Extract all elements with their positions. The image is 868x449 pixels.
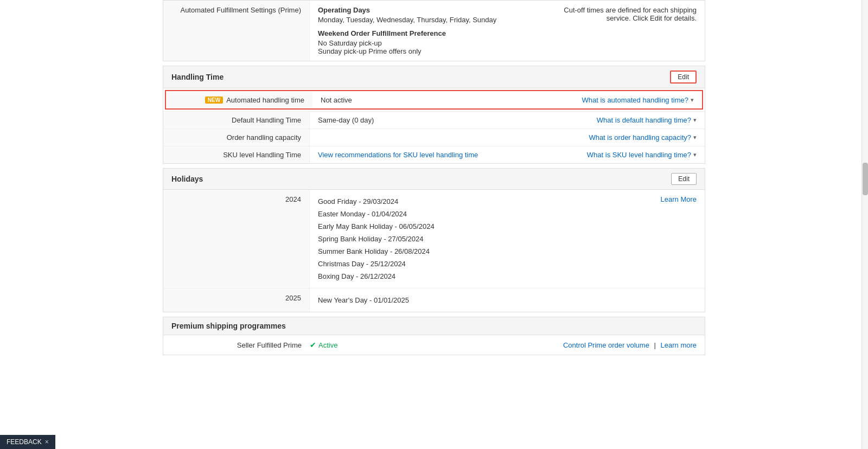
operating-days-field-label: Operating Days [318, 6, 523, 14]
holidays-2025-list: New Year's Day - 01/01/2025 [310, 288, 531, 312]
holidays-learn-more-link[interactable]: Learn More [661, 195, 697, 203]
sku-handling-row: SKU level Handling Time View recommendat… [163, 146, 705, 163]
default-handling-row: Default Handling Time Same-day (0 day) W… [163, 112, 705, 129]
sku-view-link[interactable]: View recommendations for SKU level handl… [318, 151, 478, 159]
year-2024-label: 2024 [163, 190, 310, 288]
sunday-prime-value: Sunday pick-up Prime offers only [318, 47, 523, 55]
holiday-entry: Summer Bank Holiday - 26/08/2024 [318, 245, 523, 258]
operating-days-row: Automated Fulfillment Settings (Prime) O… [163, 1, 705, 61]
pipe-separator: | [654, 341, 656, 349]
scrollbar[interactable] [861, 0, 868, 449]
sku-chevron-icon: ▾ [693, 151, 697, 158]
automated-chevron-icon: ▾ [691, 97, 694, 104]
automated-handling-link[interactable]: What is automated handling time? [582, 96, 688, 104]
premium-shipping-section: Premium shipping programmes Seller Fulfi… [163, 317, 705, 355]
automated-handling-action: What is automated handling time? ▾ [528, 92, 702, 108]
holidays-section: Holidays Edit 2024 Good Friday - 29/03/2… [163, 168, 705, 312]
learn-more-link[interactable]: Learn more [661, 341, 697, 349]
control-prime-link[interactable]: Control Prime order volume [563, 341, 649, 349]
active-status-cell: ✔ Active [310, 341, 563, 349]
feedback-label: FEEDBACK [7, 438, 42, 446]
handling-time-title: Handling Time [171, 73, 224, 81]
holidays-2025-row: 2025 New Year's Day - 01/01/2025 [163, 288, 705, 312]
weekend-label: Weekend Order Fulfillment Preference [318, 29, 523, 37]
content-area: Automated Fulfillment Settings (Prime) O… [163, 0, 705, 355]
sku-info-link[interactable]: What is SKU level handling time? [587, 151, 691, 159]
capacity-link[interactable]: What is order handling capacity? [589, 133, 691, 142]
default-chevron-icon: ▾ [693, 117, 697, 124]
handling-time-section: Handling Time Edit NEW Automated handlin… [163, 66, 705, 164]
holiday-entry: Christmas Day - 25/12/2024 [318, 258, 523, 270]
automated-handling-status: Not active [312, 92, 528, 108]
default-handling-value: Same-day (0 day) [310, 112, 531, 129]
capacity-action: What is order handling capacity? ▾ [531, 129, 705, 146]
feedback-close-icon[interactable]: × [45, 438, 49, 446]
holidays-2024-row: 2024 Good Friday - 29/03/2024Easter Mond… [163, 190, 705, 288]
feedback-button[interactable]: FEEDBACK × [0, 435, 55, 449]
capacity-label: Order handling capacity [163, 129, 310, 146]
holidays-2024-list: Good Friday - 29/03/2024Easter Monday - … [310, 190, 531, 288]
prime-actions-cell: Control Prime order volume | Learn more [563, 341, 697, 349]
holidays-edit-button[interactable]: Edit [671, 173, 697, 185]
holiday-entry: Boxing Day - 26/12/2024 [318, 270, 523, 283]
seller-fulfilled-prime-row: Seller Fulfilled Prime ✔ Active Control … [163, 335, 705, 355]
holiday-entry: Spring Bank Holiday - 27/05/2024 [318, 233, 523, 245]
new-badge: NEW [205, 97, 223, 104]
holiday-entry: Good Friday - 29/03/2024 [318, 195, 523, 208]
no-saturday-value: No Saturday pick-up [318, 39, 523, 47]
holiday-entry: New Year's Day - 01/01/2025 [318, 294, 523, 306]
handling-time-header: Handling Time Edit [163, 66, 705, 88]
active-status-text: Active [318, 341, 337, 349]
green-check-icon: ✔ [310, 341, 316, 349]
automated-fulfillment-section: Automated Fulfillment Settings (Prime) O… [163, 0, 705, 61]
holidays-title: Holidays [171, 175, 203, 183]
holidays-2025-actions [531, 288, 705, 312]
page-wrapper: Automated Fulfillment Settings (Prime) O… [0, 0, 868, 449]
holiday-entry: Easter Monday - 01/04/2024 [318, 208, 523, 220]
sku-label: SKU level Handling Time [163, 146, 310, 163]
sku-view-link-cell: View recommendations for SKU level handl… [310, 146, 531, 163]
default-handling-action: What is default handling time? ▾ [531, 112, 705, 129]
operating-days-content: Operating Days Monday, Tuesday, Wednesda… [310, 1, 531, 61]
automated-fulfillment-label: Automated Fulfillment Settings (Prime) [163, 1, 310, 61]
premium-shipping-header: Premium shipping programmes [163, 317, 705, 335]
capacity-value [310, 129, 531, 146]
automated-handling-label-cell: NEW Automated handling time [166, 92, 312, 108]
scrollbar-thumb[interactable] [863, 163, 868, 195]
cutoff-text: Cut-off times are defined for each shipp… [531, 1, 705, 61]
automated-handling-outer: NEW Automated handling time Not active W… [163, 90, 705, 112]
operating-days-value: Monday, Tuesday, Wednesday, Thursday, Fr… [318, 16, 523, 24]
automated-handling-highlighted-row: NEW Automated handling time Not active W… [165, 90, 703, 110]
premium-shipping-title: Premium shipping programmes [171, 322, 286, 330]
default-handling-label: Default Handling Time [163, 112, 310, 129]
year-2025-label: 2025 [163, 288, 310, 312]
capacity-row: Order handling capacity What is order ha… [163, 129, 705, 146]
handling-time-edit-button[interactable]: Edit [670, 70, 697, 84]
capacity-chevron-icon: ▾ [693, 134, 697, 141]
holidays-learn-more-cell: Learn More [531, 190, 705, 288]
seller-fulfilled-label: Seller Fulfilled Prime [171, 341, 310, 349]
holiday-entry: Early May Bank Holiday - 06/05/2024 [318, 220, 523, 233]
holidays-header: Holidays Edit [163, 169, 705, 190]
sku-action: What is SKU level handling time? ▾ [531, 146, 705, 163]
default-handling-link[interactable]: What is default handling time? [597, 116, 691, 124]
